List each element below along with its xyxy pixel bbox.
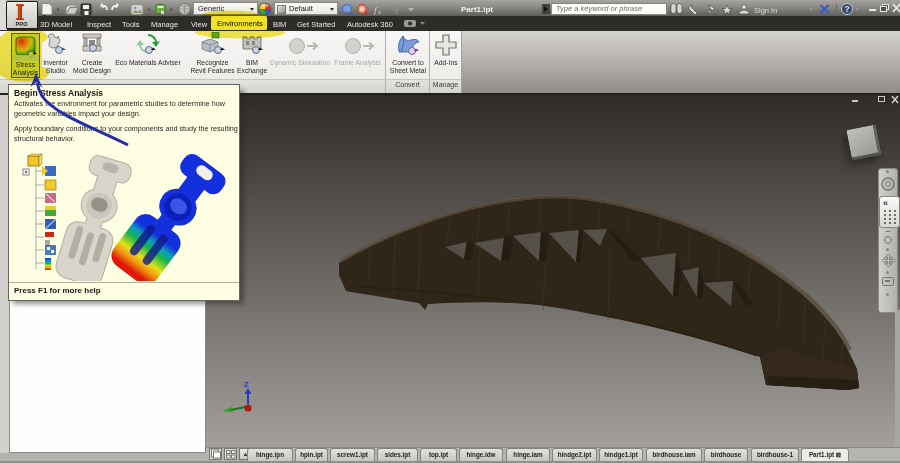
svg-text:x: x [377, 9, 382, 15]
svg-text:Z: Z [244, 380, 249, 389]
svg-text:Sign In: Sign In [754, 6, 777, 15]
svg-text:?: ? [845, 4, 850, 14]
